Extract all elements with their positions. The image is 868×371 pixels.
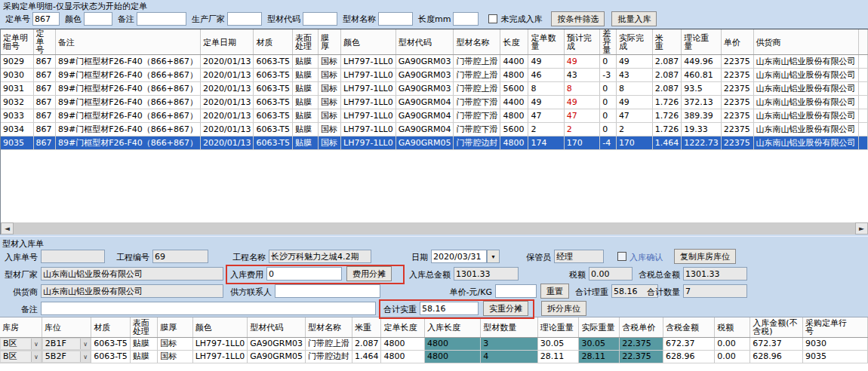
order-cell[interactable]: 2.087 (652, 55, 682, 69)
order-cell[interactable]: 867 (33, 55, 55, 69)
order-cell[interactable]: 867 (33, 69, 55, 82)
order-cell[interactable] (858, 136, 867, 150)
order-cell[interactable]: 0 (600, 96, 617, 109)
order-cell[interactable]: 山东南山铝业股份有限公司 (753, 109, 858, 123)
filter-input-4[interactable] (303, 12, 337, 26)
remark-field[interactable] (41, 302, 376, 315)
order-cell[interactable]: GA90GRM04 (396, 96, 454, 109)
order-cell[interactable]: 门带腔上滑 (454, 82, 500, 96)
stock-cell[interactable]: 2B1F∨ (42, 337, 91, 350)
order-cell[interactable]: 门带腔下滑 (454, 109, 500, 123)
batch-inbound-button[interactable]: 批量入库 (611, 11, 657, 26)
order-cell[interactable]: 2 (528, 123, 564, 136)
stock-cell[interactable]: 0.00 (715, 337, 750, 350)
slot-select[interactable]: 5B2F∨ (42, 351, 91, 363)
order-table-row[interactable]: 903486789#门框型材F26-F40（866+867）2020/01/13… (1, 123, 868, 136)
order-cell[interactable]: 6063-T5 (254, 82, 293, 96)
stock-cell[interactable]: 贴膜 (130, 337, 157, 350)
order-cell[interactable]: 19.33 (682, 123, 722, 136)
stock-cell[interactable]: 6063-T5 (91, 337, 131, 350)
order-cell[interactable]: 贴膜 (293, 123, 319, 136)
stock-cell[interactable]: 4800 (424, 337, 480, 350)
order-cell[interactable]: 山东南山铝业股份有限公司 (753, 136, 858, 150)
stock-cell[interactable]: 22.375 (620, 337, 663, 350)
order-cell[interactable]: 49 (528, 55, 564, 69)
order-cell[interactable]: 4800 (500, 136, 528, 150)
order-cell[interactable]: 389.39 (682, 109, 722, 123)
order-cell[interactable]: 49 (564, 55, 600, 69)
order-table-row[interactable]: 902986789#门框型材F26-F40（866+867）2020/01/13… (1, 55, 868, 69)
order-cell[interactable]: 2020/01/13 (201, 109, 254, 123)
order-cell[interactable]: 9033 (1, 109, 33, 123)
order-cell[interactable]: 8 (564, 82, 600, 96)
stock-cell[interactable]: 1.464 (352, 350, 381, 363)
tax-field[interactable] (589, 267, 633, 281)
order-cell[interactable]: 门带腔上滑 (454, 69, 500, 82)
order-cell[interactable] (858, 123, 867, 136)
stock-cell[interactable]: 9035 (803, 350, 868, 363)
order-cell[interactable]: 贴膜 (293, 109, 319, 123)
keeper-field[interactable] (554, 250, 604, 263)
stock-cell[interactable]: 5B2F∨ (42, 350, 91, 363)
stock-cell[interactable]: 国标 (158, 350, 193, 363)
order-cell[interactable]: 49 (616, 55, 652, 69)
order-cell[interactable]: LH797-1LL0 (341, 136, 396, 150)
order-cell[interactable]: 89#门框型材F26-F40（866+867） (55, 69, 200, 82)
order-cell[interactable]: 2 (564, 123, 600, 136)
scroll-left-icon[interactable]: ◄ (1, 222, 14, 235)
filter-input-5[interactable] (378, 12, 413, 26)
order-cell[interactable]: 6063-T5 (254, 123, 293, 136)
order-cell[interactable]: 国标 (318, 136, 340, 150)
stock-cell[interactable]: 门带腔边封 (305, 350, 352, 363)
project-no-field[interactable] (152, 250, 208, 263)
total-amount-tax-field[interactable] (683, 267, 747, 281)
order-cell[interactable]: 867 (33, 96, 55, 109)
order-cell[interactable]: 国标 (318, 55, 340, 69)
order-cell[interactable]: 6063-T5 (254, 69, 293, 82)
order-cell[interactable]: 89#门框型材F26-F40（866+867） (55, 96, 200, 109)
order-cell[interactable]: 22375 (721, 109, 753, 123)
order-cell[interactable]: 0 (600, 123, 617, 136)
order-cell[interactable]: GA90GRM05 (396, 136, 454, 150)
order-cell[interactable]: 1.726 (652, 109, 682, 123)
stock-cell[interactable]: 4800 (381, 337, 425, 350)
order-cell[interactable]: 山东南山铝业股份有限公司 (753, 69, 858, 82)
copy-warehouse-slot-button[interactable]: 复制库房库位 (674, 249, 736, 264)
order-cell[interactable]: 山东南山铝业股份有限公司 (753, 55, 858, 69)
order-cell[interactable]: 门带腔下滑 (454, 123, 500, 136)
order-cell[interactable]: 47 (528, 109, 564, 123)
inbound-confirm-checkbox[interactable] (617, 252, 626, 261)
order-cell[interactable]: 170 (616, 136, 652, 150)
order-cell[interactable]: 9032 (1, 96, 33, 109)
filter-input-2[interactable] (137, 12, 186, 26)
warehouse-select[interactable]: B区∨ (0, 351, 42, 363)
order-cell[interactable]: LH797-1LL0 (341, 123, 396, 136)
stock-cell[interactable]: 628.96 (663, 350, 714, 363)
order-cell[interactable]: 0 (600, 109, 617, 123)
order-cell[interactable]: 49 (616, 96, 652, 109)
order-cell[interactable]: GA90GRM03 (396, 69, 454, 82)
order-cell[interactable]: 贴膜 (293, 136, 319, 150)
stock-cell[interactable]: 门带腔上滑 (305, 337, 352, 350)
order-cell[interactable]: 22375 (721, 96, 753, 109)
order-cell[interactable]: LH797-1LL0 (341, 69, 396, 82)
order-table-row[interactable]: 903086789#门框型材F26-F40（866+867）2020/01/13… (1, 69, 868, 82)
total-amount-field[interactable] (454, 267, 519, 281)
stock-cell[interactable]: 0.00 (715, 350, 750, 363)
stock-cell[interactable]: 贴膜 (130, 350, 157, 363)
split-slot-button[interactable]: 拆分库位 (541, 301, 586, 316)
order-cell[interactable]: 174 (528, 136, 564, 150)
order-cell[interactable]: GA90GRM03 (396, 55, 454, 69)
inbound-no-field[interactable] (41, 250, 105, 263)
order-cell[interactable]: 2.087 (652, 69, 682, 82)
stock-cell[interactable]: 9030 (803, 337, 868, 350)
order-cell[interactable]: 1.726 (652, 96, 682, 109)
order-cell[interactable]: 867 (33, 136, 55, 150)
order-cell[interactable]: 2.087 (652, 82, 682, 96)
order-cell[interactable]: 贴膜 (293, 96, 319, 109)
filter-by-condition-button[interactable]: 按条件筛选 (551, 11, 605, 26)
order-cell[interactable]: 6063-T5 (254, 55, 293, 69)
supplier-field[interactable] (41, 284, 223, 298)
order-cell[interactable]: 22375 (721, 123, 753, 136)
order-cell[interactable]: 89#门框型材F26-F40（866+867） (55, 82, 200, 96)
